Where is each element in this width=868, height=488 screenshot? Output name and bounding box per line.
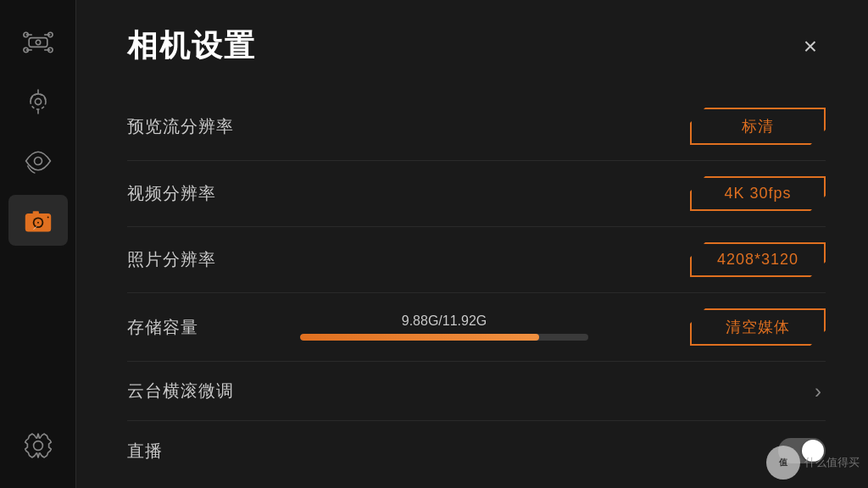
main-content: 相机设置 × 预览流分辨率 标清 视频分辨率 4K 30fps 照片分辨率 42… [76,0,868,488]
sidebar-item-gimbal[interactable] [8,76,68,127]
watermark-text: 什么值得买 [804,455,860,470]
svg-point-21 [33,441,42,451]
preview-resolution-control: 标清 [690,108,826,145]
live-label: 直播 [127,440,163,463]
svg-point-20 [36,221,40,225]
header: 相机设置 × [127,25,826,67]
svg-point-19 [46,216,49,219]
svg-point-9 [36,40,40,44]
video-resolution-label: 视频分辨率 [127,182,216,205]
storage-action-area: 清空媒体 [690,308,826,346]
live-row: 直播 [127,421,826,480]
chevron-right-icon: › [815,380,821,403]
preview-resolution-label: 预览流分辨率 [127,115,234,138]
photo-resolution-control: 4208*3120 [690,242,826,277]
photo-resolution-select[interactable]: 4208*3120 [690,242,826,277]
photo-resolution-label: 照片分辨率 [127,248,216,271]
page-title: 相机设置 [127,25,256,67]
sidebar-item-camera[interactable] [8,195,68,246]
gimbal-roll-label: 云台横滚微调 [127,380,234,402]
svg-point-14 [34,158,42,165]
storage-usage-text: 9.88G/11.92G [402,313,487,329]
watermark-badge: 值 [766,446,800,480]
video-resolution-select[interactable]: 4K 30fps [690,176,826,211]
storage-bar-background [300,334,588,341]
svg-point-11 [35,98,41,104]
storage-row: 存储容量 9.88G/11.92G 清空媒体 [127,293,826,362]
sidebar-item-settings[interactable] [8,420,68,471]
storage-label: 存储容量 [127,316,198,339]
watermark: 值 什么值得买 [766,446,860,480]
sidebar-item-drone[interactable] [8,17,68,68]
settings-list: 预览流分辨率 标清 视频分辨率 4K 30fps 照片分辨率 4208*3120… [127,92,826,480]
storage-bar-fill [300,334,539,341]
photo-resolution-row: 照片分辨率 4208*3120 [127,227,826,293]
video-resolution-row: 视频分辨率 4K 30fps [127,161,826,227]
storage-info: 9.88G/11.92G [224,313,665,341]
sidebar [0,0,76,488]
clear-media-button[interactable]: 清空媒体 [690,308,826,346]
preview-resolution-row: 预览流分辨率 标清 [127,92,826,161]
svg-rect-18 [32,211,38,215]
video-resolution-control: 4K 30fps [690,176,826,211]
gimbal-roll-control: › [815,380,826,403]
close-button[interactable]: × [795,31,826,62]
preview-resolution-select[interactable]: 标清 [690,108,826,145]
sidebar-item-view[interactable] [8,136,68,186]
gimbal-roll-row[interactable]: 云台横滚微调 › [127,362,826,421]
svg-rect-0 [29,38,47,47]
